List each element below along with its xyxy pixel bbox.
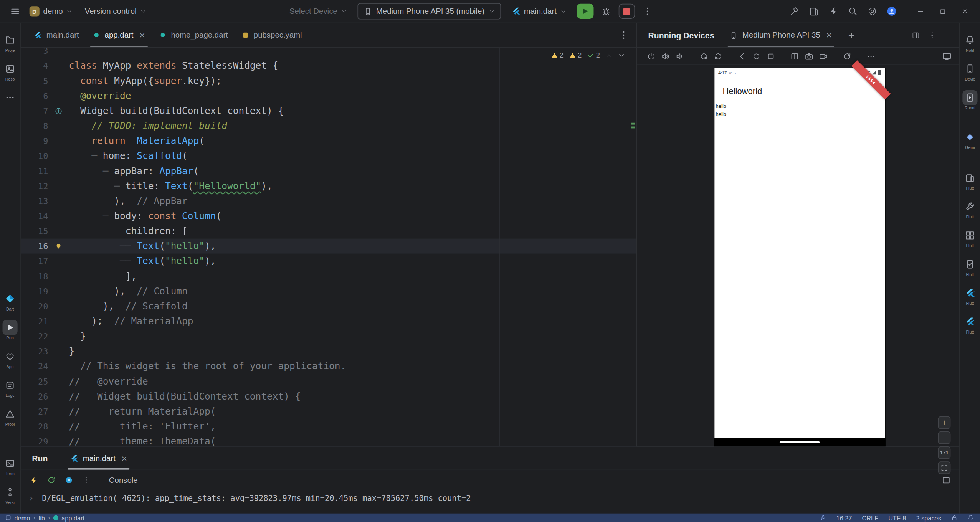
weak-warnings-badge[interactable]: 2 (569, 51, 582, 59)
close-icon[interactable] (961, 8, 969, 15)
code-line-14[interactable]: 14 ─ body: const Column( (21, 208, 636, 223)
code-line-15[interactable]: 15 children: [ (21, 223, 636, 238)
record-icon[interactable] (819, 52, 828, 61)
code-line-26[interactable]: 26// Widget build(BuildContext context) … (21, 389, 636, 404)
next-problem-icon[interactable] (618, 52, 625, 59)
sidebar-item-running-devices[interactable]: Runni (960, 88, 980, 113)
emulator-area[interactable]: 4:17 ▽ ▫ 3G Helloworld (637, 65, 959, 446)
sidebar-item-dart-analysis[interactable]: Dart (0, 289, 20, 314)
phone-screen[interactable]: 4:17 ▽ ▫ 3G Helloworld (714, 68, 886, 446)
code-line-24[interactable]: 24 // This widget is the root of your ap… (21, 359, 636, 374)
zoom-reset-button[interactable]: 1:1 (938, 446, 951, 459)
main-menu-icon[interactable] (10, 6, 20, 16)
maximize-icon[interactable] (939, 8, 946, 15)
line-number[interactable]: 10 (21, 149, 48, 164)
line-number[interactable]: 7 (21, 103, 48, 118)
code-line-18[interactable]: 18 ], (21, 269, 636, 284)
breadcrumb[interactable]: demo (15, 514, 30, 521)
device-tab-medium-phone[interactable]: Medium Phone API 35 × (724, 23, 838, 47)
line-number[interactable]: 8 (21, 118, 48, 133)
console-layout-icon[interactable] (942, 476, 950, 484)
sidebar-item-more-tool-windows[interactable] (0, 88, 20, 108)
line-number[interactable]: 17 (21, 254, 48, 269)
line-number[interactable]: 9 (21, 133, 48, 148)
home-pill[interactable] (780, 441, 820, 444)
line-number[interactable]: 27 (21, 404, 48, 419)
breadcrumb[interactable]: lib (39, 514, 45, 521)
volume-up-icon[interactable] (661, 52, 670, 61)
line-number[interactable]: 3 (21, 48, 48, 58)
line-number[interactable]: 19 (21, 284, 48, 299)
line-number[interactable]: 11 (21, 164, 48, 178)
indent-setting[interactable]: 2 spaces (916, 514, 941, 521)
hot-reload-icon[interactable] (30, 476, 38, 484)
close-device-tab-icon[interactable]: × (826, 31, 832, 40)
code-line-4[interactable]: 4class MyApp extends StatelessWidget { (21, 58, 636, 73)
sidebar-item-flutter-tools[interactable]: Flutt (960, 197, 980, 222)
home-icon[interactable] (752, 52, 761, 61)
ok-badge[interactable]: 2 (587, 51, 600, 59)
zoom-out-button[interactable]: − (938, 431, 951, 444)
intention-bulb-icon[interactable] (48, 239, 69, 254)
tab-console[interactable]: Console (109, 476, 138, 484)
run-tab-main-dart[interactable]: main.dart × (64, 447, 134, 470)
sidebar-item-version-control[interactable]: Versi (0, 483, 20, 507)
code-line-13[interactable]: 13 ), // AppBar (21, 193, 636, 208)
close-tab-icon[interactable]: × (139, 31, 145, 40)
volume-down-icon[interactable] (676, 52, 684, 61)
run-config-selector[interactable]: main.dart (508, 7, 569, 16)
code-line-16[interactable]: 16 ── Text("hello"), (21, 239, 636, 254)
code-line-3[interactable]: 3 (21, 48, 636, 58)
code-line-21[interactable]: 21 ); // MaterialApp (21, 314, 636, 329)
code-line-5[interactable]: 5 const MyApp({super.key}); (21, 73, 636, 88)
tab-main-dart[interactable]: main.dart (27, 23, 86, 47)
lock-icon[interactable] (951, 515, 957, 521)
file-encoding[interactable]: UTF-8 (888, 514, 906, 521)
line-number[interactable]: 12 (21, 178, 48, 193)
line-number[interactable]: 14 (21, 208, 48, 223)
version-control-selector[interactable]: Version control (82, 7, 149, 16)
more-icon[interactable] (867, 52, 876, 61)
code-line-10[interactable]: 10 ─ home: Scaffold( (21, 149, 636, 164)
line-number[interactable]: 22 (21, 329, 48, 344)
build-icon[interactable] (790, 6, 800, 16)
line-number[interactable]: 20 (21, 299, 48, 314)
sidebar-item-project[interactable]: Proje (0, 31, 20, 55)
line-number[interactable]: 23 (21, 344, 48, 359)
sidebar-item-flutter-inspector[interactable]: Flutt (960, 284, 980, 308)
line-number[interactable]: 28 (21, 419, 48, 434)
code-line-27[interactable]: 27// return MaterialApp( (21, 404, 636, 419)
console-output[interactable]: › D/EGL_emulation( 4625): app_time_stats… (21, 490, 959, 514)
display-mode-icon[interactable] (942, 51, 952, 61)
sidebar-item-logcat[interactable]: Logc (0, 376, 20, 400)
close-run-tab-icon[interactable]: × (121, 454, 127, 463)
code-line-11[interactable]: 11 ─ appBar: AppBar( (21, 164, 636, 178)
tab-home-page-dart[interactable]: home_page.dart (152, 23, 235, 47)
hide-panel-icon[interactable] (944, 31, 952, 39)
sidebar-item-resource-manager[interactable]: Reso (0, 59, 20, 84)
code-line-7[interactable]: 7 Widget build(BuildContext context) { (21, 103, 636, 118)
override-marker-icon[interactable] (48, 103, 69, 118)
avatar[interactable] (887, 6, 897, 16)
line-number[interactable]: 5 (21, 73, 48, 88)
more-run-actions-icon[interactable] (642, 6, 652, 16)
line-number[interactable]: 16 (21, 239, 48, 254)
cursor-position[interactable]: 16:27 (836, 514, 852, 521)
run-options-icon[interactable] (82, 476, 90, 484)
zoom-in-button[interactable]: + (938, 416, 951, 429)
zoom-fit-button[interactable] (938, 461, 951, 474)
code-line-6[interactable]: 6 @override (21, 88, 636, 103)
stop-button[interactable] (618, 4, 635, 19)
line-ending[interactable]: CRLF (862, 514, 878, 521)
sidebar-item-flutter-devices[interactable]: Flutt (960, 168, 980, 193)
line-number[interactable]: 6 (21, 88, 48, 103)
device-mirror-icon[interactable] (809, 6, 819, 16)
line-number[interactable]: 26 (21, 389, 48, 404)
power-icon[interactable] (647, 52, 656, 61)
hot-restart-icon[interactable] (47, 476, 56, 484)
warnings-badge[interactable]: 2 (551, 51, 564, 59)
code-line-28[interactable]: 28// title: 'Flutter', (21, 419, 636, 434)
minimize-icon[interactable] (917, 8, 924, 15)
sidebar-item-gemini[interactable]: Gemi (960, 128, 980, 152)
code-line-9[interactable]: 9 return MaterialApp( (21, 133, 636, 148)
